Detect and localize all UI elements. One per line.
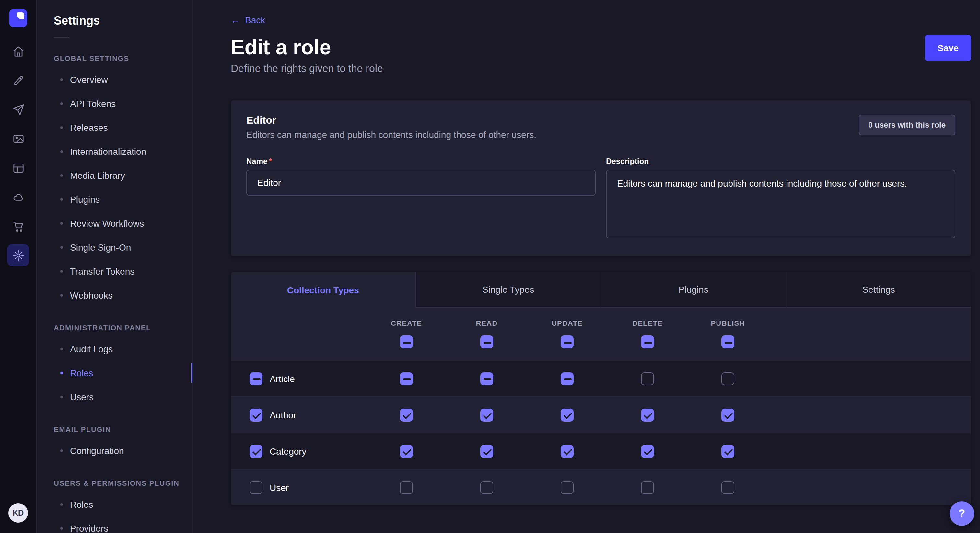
bullet-dot-icon <box>60 503 63 506</box>
sidebar-item-audit-logs[interactable]: Audit Logs <box>37 337 192 361</box>
question-mark-icon: ? <box>959 507 966 520</box>
nav-settings[interactable] <box>7 244 29 266</box>
user-read-checkbox[interactable] <box>480 481 493 494</box>
row-label: Category <box>270 446 307 456</box>
author-delete-checkbox[interactable] <box>641 408 654 421</box>
nav-media-library[interactable] <box>7 128 29 150</box>
sidebar-section-global-settings: GLOBAL SETTINGS Overview API Tokens Rele… <box>37 54 192 307</box>
row-select-checkbox[interactable] <box>250 481 262 494</box>
nav-cloud[interactable] <box>7 186 29 208</box>
sidebar-item-label: Roles <box>70 368 93 378</box>
author-read-checkbox[interactable] <box>480 408 493 421</box>
bullet-dot-icon <box>60 347 63 350</box>
select-all-delete-checkbox[interactable] <box>641 335 654 348</box>
row-select-checkbox[interactable] <box>250 444 262 458</box>
role-description-text: Editors can manage and publish contents … <box>246 130 536 140</box>
tab-plugins[interactable]: Plugins <box>600 272 786 308</box>
author-publish-checkbox[interactable] <box>721 408 734 421</box>
sidebar-item-transfer-tokens[interactable]: Transfer Tokens <box>37 259 192 283</box>
sidebar-item-label: Releases <box>70 122 108 132</box>
role-description-input[interactable]: Editors can manage and publish contents … <box>606 170 955 238</box>
nav-content-builder[interactable] <box>7 69 29 91</box>
layout-icon <box>12 162 24 174</box>
sidebar-item-label: Internationalization <box>70 146 146 156</box>
sidebar-item-overview[interactable]: Overview <box>37 67 192 91</box>
sidebar-item-label: Plugins <box>70 194 100 204</box>
article-delete-checkbox[interactable] <box>641 372 654 385</box>
permission-row-author: Author <box>231 397 971 433</box>
sidebar-item-media-library[interactable]: Media Library <box>37 163 192 187</box>
sidebar-item-api-tokens[interactable]: API Tokens <box>37 91 192 115</box>
nav-home[interactable] <box>7 40 29 62</box>
article-update-checkbox[interactable] <box>561 372 574 385</box>
bullet-dot-icon <box>60 449 63 452</box>
main-nav-rail: KD <box>0 0 37 533</box>
user-publish-checkbox[interactable] <box>721 481 734 494</box>
user-delete-checkbox[interactable] <box>641 481 654 494</box>
save-button[interactable]: Save <box>925 35 971 61</box>
user-avatar[interactable]: KD <box>8 503 28 523</box>
tab-collection-types[interactable]: Collection Types <box>231 272 415 308</box>
author-update-checkbox[interactable] <box>561 408 574 421</box>
category-create-checkbox[interactable] <box>400 444 413 458</box>
nav-layout[interactable] <box>7 157 29 179</box>
role-name-input[interactable] <box>246 170 596 195</box>
sidebar-divider <box>54 37 69 38</box>
column-header-update: UPDATE <box>552 319 583 327</box>
sidebar-item-label: Transfer Tokens <box>70 266 135 276</box>
column-header-read: READ <box>476 319 498 327</box>
sidebar-item-label: Roles <box>70 499 93 509</box>
category-read-checkbox[interactable] <box>480 444 493 458</box>
sidebar-item-internationalization[interactable]: Internationalization <box>37 139 192 163</box>
tab-single-types[interactable]: Single Types <box>415 272 601 308</box>
sidebar-item-releases[interactable]: Releases <box>37 115 192 139</box>
sidebar-item-providers[interactable]: Providers <box>37 516 192 533</box>
sidebar-item-review-workflows[interactable]: Review Workflows <box>37 211 192 235</box>
sidebar-item-plugins[interactable]: Plugins <box>37 187 192 211</box>
sidebar-item-roles[interactable]: Roles <box>37 361 192 385</box>
sidebar-item-up-roles[interactable]: Roles <box>37 492 192 516</box>
sidebar-item-users[interactable]: Users <box>37 385 192 409</box>
category-publish-checkbox[interactable] <box>721 444 734 458</box>
select-all-create-checkbox[interactable] <box>400 335 413 348</box>
article-create-checkbox[interactable] <box>400 372 413 385</box>
category-delete-checkbox[interactable] <box>641 444 654 458</box>
select-all-read-checkbox[interactable] <box>480 335 493 348</box>
row-select-checkbox[interactable] <box>250 372 262 385</box>
bullet-dot-icon <box>60 78 63 81</box>
nav-deploy[interactable] <box>7 98 29 121</box>
nav-marketplace[interactable] <box>7 215 29 237</box>
section-heading: GLOBAL SETTINGS <box>37 54 192 62</box>
row-select-checkbox[interactable] <box>250 408 262 421</box>
permissions-rows: Article Author <box>231 360 971 505</box>
user-create-checkbox[interactable] <box>400 481 413 494</box>
permission-row-category: Category <box>231 433 971 469</box>
permissions-card: Collection Types Single Types Plugins Se… <box>231 272 971 505</box>
sidebar-item-configuration[interactable]: Configuration <box>37 438 192 462</box>
gear-icon <box>12 249 24 261</box>
select-all-publish-checkbox[interactable] <box>721 335 734 348</box>
bullet-dot-icon <box>60 174 63 176</box>
article-publish-checkbox[interactable] <box>721 372 734 385</box>
help-button[interactable]: ? <box>950 501 974 526</box>
user-update-checkbox[interactable] <box>561 481 574 494</box>
name-field-label: Name <box>246 157 267 166</box>
sidebar-item-label: Review Workflows <box>70 218 144 228</box>
home-icon <box>12 45 24 57</box>
back-link[interactable]: ← Back <box>231 15 265 25</box>
category-update-checkbox[interactable] <box>561 444 574 458</box>
strapi-logo[interactable] <box>9 9 27 27</box>
tab-settings[interactable]: Settings <box>786 272 971 308</box>
bullet-dot-icon <box>60 294 63 296</box>
sidebar-item-single-sign-on[interactable]: Single Sign-On <box>37 235 192 259</box>
row-label: User <box>270 482 289 493</box>
main-content: ← Back Edit a role Define the rights giv… <box>193 0 980 533</box>
article-read-checkbox[interactable] <box>480 372 493 385</box>
permission-row-article: Article <box>231 360 971 397</box>
select-all-update-checkbox[interactable] <box>561 335 574 348</box>
author-create-checkbox[interactable] <box>400 408 413 421</box>
sidebar-item-webhooks[interactable]: Webhooks <box>37 283 192 307</box>
sidebar-section-administration-panel: ADMINISTRATION PANEL Audit Logs Roles Us… <box>37 324 192 409</box>
sidebar-item-label: Media Library <box>70 170 125 180</box>
users-with-role-badge[interactable]: 0 users with this role <box>859 115 955 135</box>
